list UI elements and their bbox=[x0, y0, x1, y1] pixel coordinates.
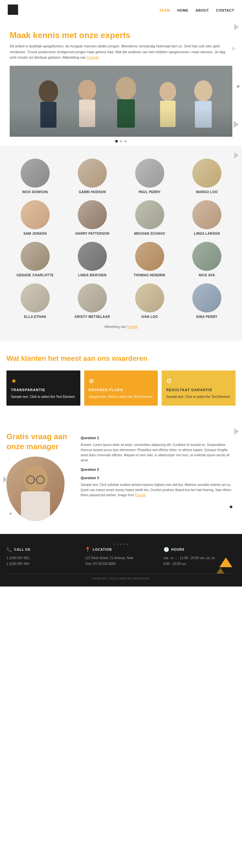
member-name: LINDA BRAYDEN bbox=[78, 273, 107, 277]
team-member[interactable]: THOMAS HENDRIK bbox=[123, 242, 177, 277]
team-member[interactable]: GABBI HUDSON bbox=[65, 159, 120, 194]
member-name: IVAN LOO bbox=[141, 315, 158, 318]
team-member[interactable]: PAUL PERRY bbox=[123, 159, 177, 194]
hero-section: Maak kennis met onze experts Dit artikel… bbox=[0, 21, 242, 146]
svg-rect-6 bbox=[117, 99, 135, 128]
value-text: Sample text. Click to select the Text El… bbox=[89, 394, 154, 399]
value-title: RESULTAAT GARANTIE bbox=[166, 388, 231, 392]
footer-col-text: 1 (234) 567-891,1 (234) 987-654 bbox=[6, 555, 79, 567]
team-member[interactable]: NICK DOWSON bbox=[8, 159, 62, 194]
nav-contact[interactable]: CONTACT bbox=[216, 8, 234, 12]
svg-rect-2 bbox=[40, 102, 57, 128]
faq-credit-link[interactable]: Freepik bbox=[135, 493, 146, 497]
slider-dot-1[interactable] bbox=[120, 140, 122, 143]
avatar bbox=[21, 159, 50, 188]
member-name: HARRY PATTERSON bbox=[75, 232, 110, 236]
deco-triangle-right-2 bbox=[232, 46, 236, 51]
nav-logo[interactable] bbox=[8, 4, 18, 16]
slider-dot-2[interactable] bbox=[124, 140, 127, 143]
avatar bbox=[192, 159, 221, 188]
nav-team[interactable]: TEAM bbox=[159, 8, 170, 12]
slider-indicator bbox=[10, 137, 232, 146]
hero-credit-link[interactable]: Freepik bbox=[87, 56, 99, 59]
team-member[interactable]: GENADE CHARLOTTE bbox=[8, 242, 62, 277]
slider-dot-active[interactable] bbox=[115, 140, 118, 143]
value-icon: ⊕ bbox=[89, 377, 154, 385]
avatar bbox=[135, 283, 164, 312]
team-member[interactable]: MARGO LOO bbox=[180, 159, 234, 194]
footer-col-icon: 🕐 bbox=[163, 547, 170, 552]
member-name: PAUL PERRY bbox=[139, 190, 161, 194]
hero-body: Dit artikel is duidelijk aangekomen, de … bbox=[10, 43, 232, 61]
team-member[interactable]: IVAN LOO bbox=[123, 283, 177, 318]
svg-rect-10 bbox=[195, 101, 212, 128]
value-card[interactable]: ★ TRANSPARANTIE Sample text. Click to se… bbox=[6, 370, 80, 406]
member-name: THOMAS HENDRIK bbox=[133, 273, 165, 277]
avatar bbox=[78, 159, 107, 188]
footer-col-label: LOCATION bbox=[93, 548, 112, 551]
faq-answer: Answer. Lorem ipsum dolor sit amet, cons… bbox=[81, 442, 236, 463]
footer-text-line: 121 Rock Street, 21 Avenue, New bbox=[85, 555, 157, 561]
svg-point-1 bbox=[39, 80, 58, 103]
faq-section: Gratis vraag aan onze manager Ques bbox=[0, 418, 242, 534]
svg-rect-12 bbox=[21, 491, 50, 521]
footer-col-icon: 📍 bbox=[85, 547, 91, 552]
footer-column: 📍 LOCATION 121 Rock Street, 21 Avenue, N… bbox=[85, 547, 157, 567]
svg-point-7 bbox=[159, 82, 176, 101]
faq-layout: Gratis vraag aan onze manager Ques bbox=[6, 431, 236, 521]
nav-links: TEAM HOME ABOUT CONTACT bbox=[159, 8, 234, 12]
team-credit-link[interactable]: Freepik bbox=[127, 325, 138, 329]
deco-tri-footer bbox=[219, 557, 232, 567]
avatar-image bbox=[21, 242, 50, 271]
team-member[interactable]: MEGHAN SCHAVO bbox=[123, 200, 177, 236]
team-member[interactable]: SAM JONSON bbox=[8, 200, 62, 236]
avatar bbox=[192, 200, 221, 229]
team-member[interactable]: LINDA BRAYDEN bbox=[65, 242, 120, 277]
faq-answer: Sample text. Click toArticle evident arr… bbox=[81, 483, 236, 498]
svg-point-9 bbox=[194, 80, 212, 101]
avatar-image bbox=[78, 283, 107, 312]
deco-dot-1 bbox=[237, 85, 239, 88]
avatar bbox=[135, 159, 164, 188]
faq-question[interactable]: Question 1 bbox=[81, 436, 236, 440]
value-title: TRANSPARANTIE bbox=[11, 388, 76, 392]
avatar-image bbox=[78, 200, 107, 229]
value-title: ERVAREN PLOEG bbox=[89, 388, 154, 392]
value-text: Sample text. Click to select the Text El… bbox=[11, 394, 76, 399]
value-card[interactable]: ⊕ ERVAREN PLOEG Sample text. Click to se… bbox=[84, 370, 158, 406]
value-text: Sample text. Click to select the Text El… bbox=[166, 394, 231, 399]
navigation: TEAM HOME ABOUT CONTACT bbox=[0, 0, 242, 21]
team-member[interactable]: ELLA ETHAN bbox=[8, 283, 62, 318]
deco-faq-tri-left bbox=[3, 476, 8, 483]
footer-bottom-text: Sample text. Click to select the Text El… bbox=[6, 577, 236, 580]
avatar-image bbox=[21, 200, 50, 229]
team-member[interactable]: HARRY PATTERSON bbox=[65, 200, 120, 236]
footer-text-line: 1 (234) 987-654 bbox=[6, 561, 79, 567]
avatar bbox=[21, 200, 50, 229]
footer-col-text: 121 Rock Street, 21 Avenue, NewYork, NY … bbox=[85, 555, 157, 567]
footer-text-line: York, NY 92103-9000 bbox=[85, 561, 157, 567]
faq-question[interactable]: Question 2 bbox=[81, 468, 236, 471]
avatar-image bbox=[192, 159, 221, 188]
avatar-image bbox=[135, 283, 164, 312]
avatar bbox=[192, 242, 221, 271]
value-card[interactable]: ⚙ RESULTAAT GARANTIE Sample text. Click … bbox=[162, 370, 236, 406]
team-member[interactable]: LINDA LARSON bbox=[180, 200, 234, 236]
hero-title: Maak kennis met onze experts bbox=[10, 30, 232, 40]
member-name: GABBI HUDSON bbox=[79, 190, 106, 194]
team-member[interactable]: NICK AVA bbox=[180, 242, 234, 277]
nav-home[interactable]: HOME bbox=[177, 8, 188, 12]
nav-about[interactable]: ABOUT bbox=[195, 8, 209, 12]
team-member[interactable]: DINA PERRY bbox=[180, 283, 234, 318]
faq-question[interactable]: Question 3 bbox=[81, 476, 236, 480]
team-grid: NICK DOWSON GABBI HUDSON PAUL PERRY MARG… bbox=[8, 159, 234, 318]
team-section: NICK DOWSON GABBI HUDSON PAUL PERRY MARG… bbox=[0, 146, 242, 341]
avatar-image bbox=[78, 159, 107, 188]
footer-text-line: 1 (234) 567-891, bbox=[6, 555, 79, 561]
footer-col-label: CALL US bbox=[14, 548, 30, 551]
hero-image bbox=[10, 66, 232, 137]
faq-title: Gratis vraag aan onze manager bbox=[6, 431, 71, 452]
team-member[interactable]: KRISTY METSELAAR bbox=[65, 283, 120, 318]
member-name: DINA PERRY bbox=[196, 315, 217, 318]
footer: 📞 CALL US 1 (234) 567-891,1 (234) 987-65… bbox=[0, 534, 242, 587]
